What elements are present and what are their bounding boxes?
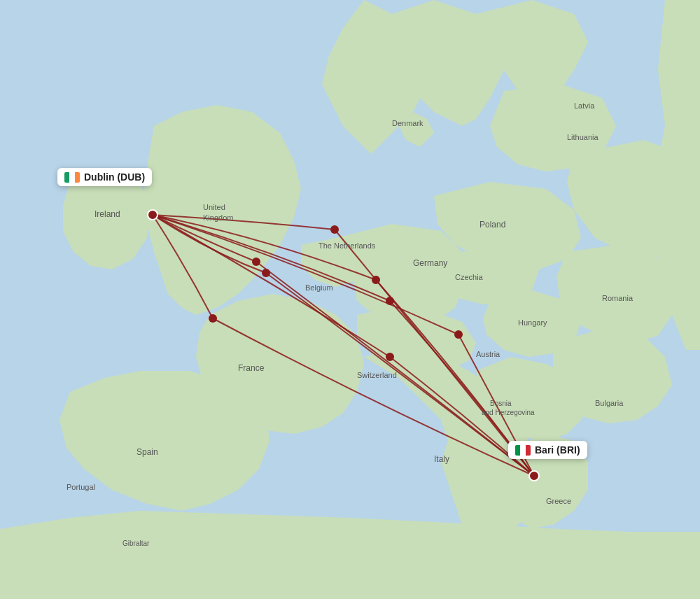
svg-point-8 <box>454 330 463 339</box>
label-switzerland: Switzerland <box>357 371 397 379</box>
map-container: Ireland United Kingdom France Spain Port… <box>0 0 700 599</box>
label-czechia: Czechia <box>455 273 484 281</box>
svg-point-10 <box>529 471 539 481</box>
label-ireland: Ireland <box>94 209 120 219</box>
svg-point-5 <box>386 297 394 305</box>
svg-point-3 <box>262 269 270 277</box>
label-austria: Austria <box>476 350 500 358</box>
label-spain: Spain <box>136 447 158 457</box>
svg-point-1 <box>330 225 339 234</box>
svg-point-7 <box>386 353 394 361</box>
label-denmark: Denmark <box>392 119 424 127</box>
svg-point-9 <box>148 210 158 220</box>
label-bulgaria: Bulgaria <box>595 399 624 407</box>
svg-text:and Herzegovina: and Herzegovina <box>482 409 535 416</box>
label-greece: Greece <box>546 497 571 505</box>
label-romania: Romania <box>602 294 634 302</box>
label-belgium: Belgium <box>305 283 333 292</box>
svg-point-4 <box>372 276 380 284</box>
label-gibraltar: Gibraltar <box>122 540 150 547</box>
label-hungary: Hungary <box>518 318 547 327</box>
label-germany: Germany <box>413 258 447 268</box>
label-italy: Italy <box>434 454 449 464</box>
label-netherlands: The Netherlands <box>318 241 376 250</box>
label-portugal: Portugal <box>66 483 95 491</box>
svg-point-2 <box>252 258 260 266</box>
label-bosnia: Bosnia <box>490 400 512 407</box>
label-uk: United <box>203 203 225 211</box>
label-france: France <box>238 363 265 373</box>
label-lithuania: Lithuania <box>567 133 599 141</box>
label-poland: Poland <box>479 220 505 230</box>
map-svg: Ireland United Kingdom France Spain Port… <box>0 0 700 599</box>
label-latvia: Latvia <box>574 101 595 110</box>
svg-point-6 <box>209 314 217 323</box>
svg-text:Kingdom: Kingdom <box>203 213 233 222</box>
